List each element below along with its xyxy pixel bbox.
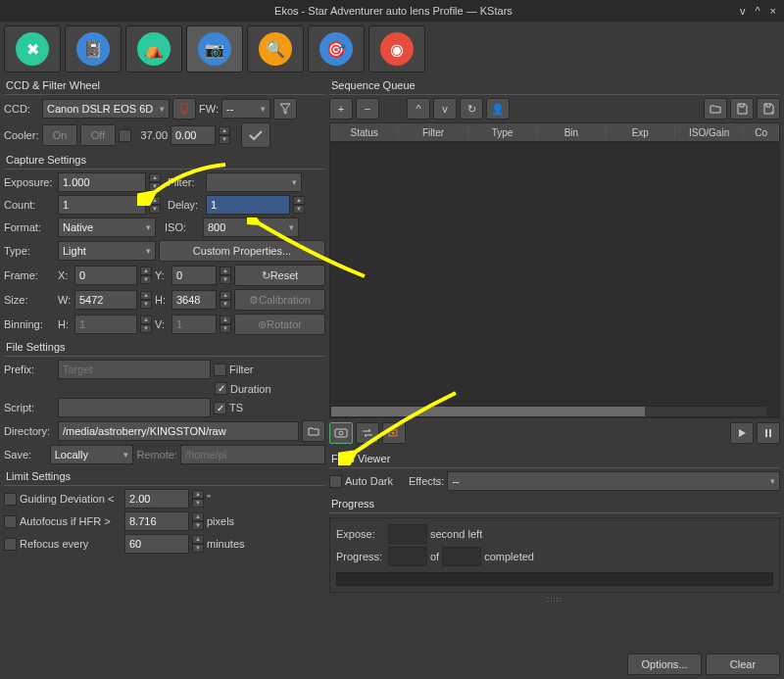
- size-h-spinner[interactable]: ▲▼: [220, 291, 231, 309]
- folder-icon[interactable]: [302, 420, 325, 442]
- format-select[interactable]: Native: [58, 218, 156, 237]
- autodark-checkbox[interactable]: [329, 475, 342, 488]
- svg-point-3: [392, 432, 395, 435]
- frame-y-spinner[interactable]: ▲▼: [220, 267, 231, 284]
- delay-input[interactable]: [206, 195, 290, 215]
- refocus-input[interactable]: [124, 534, 189, 554]
- exposure-input[interactable]: [58, 172, 146, 192]
- size-w-spinner[interactable]: ▲▼: [140, 291, 152, 309]
- th-iso: ISO/Gain: [675, 127, 744, 138]
- custom-properties-button[interactable]: Custom Properties...: [159, 240, 325, 262]
- cooler-on-button[interactable]: On: [42, 124, 77, 146]
- pause-button[interactable]: [757, 422, 780, 444]
- options-button[interactable]: Options...: [627, 654, 702, 675]
- loop-button[interactable]: [356, 422, 379, 444]
- max-icon[interactable]: ^: [755, 5, 760, 17]
- script-input[interactable]: [58, 398, 211, 417]
- queue-remove-button[interactable]: −: [356, 98, 379, 120]
- h-scrollbar[interactable]: [330, 406, 767, 417]
- tab-guide[interactable]: ◉: [368, 25, 425, 73]
- autofocus-input[interactable]: [124, 511, 189, 531]
- min-icon[interactable]: v: [740, 5, 746, 17]
- temp-apply-button[interactable]: [241, 122, 270, 148]
- cooler-off-button[interactable]: Off: [80, 124, 116, 146]
- effects-select[interactable]: --: [447, 471, 780, 491]
- autofocus-spinner[interactable]: ▲▼: [192, 512, 204, 530]
- ts-checkbox[interactable]: [214, 402, 226, 414]
- remote-input[interactable]: [180, 445, 325, 464]
- tab-align[interactable]: 🎯: [308, 25, 365, 73]
- close-icon[interactable]: ×: [770, 5, 776, 17]
- guiding-checkbox[interactable]: [4, 493, 17, 506]
- filter-icon[interactable]: [273, 98, 297, 120]
- queue-table-body: [329, 142, 780, 418]
- type-label: Type:: [4, 245, 55, 257]
- rotator-button[interactable]: ⊚ Rotator: [234, 314, 325, 335]
- binning-v-input[interactable]: [172, 315, 217, 334]
- tab-scheduler[interactable]: 📓: [65, 25, 122, 73]
- preview-button[interactable]: [329, 422, 353, 444]
- ccd-eject-button[interactable]: [172, 98, 196, 120]
- queue-saveas-button[interactable]: [757, 98, 780, 120]
- titlebar: Ekos - Star Adventurer auto lens Profile…: [0, 0, 784, 22]
- duration-checkbox[interactable]: [215, 382, 227, 395]
- queue-open-button[interactable]: [704, 98, 727, 120]
- temp-actual: 37.00: [134, 129, 168, 141]
- filter-label: Filter:: [168, 176, 203, 188]
- frame-y-input[interactable]: [172, 266, 217, 285]
- frame-x-input[interactable]: [74, 266, 137, 285]
- ccd-select[interactable]: Canon DSLR EOS 6D: [42, 99, 170, 119]
- count-input[interactable]: [58, 195, 146, 215]
- prefix-input[interactable]: [58, 360, 211, 379]
- guiding-unit: ": [207, 493, 211, 505]
- fw-select[interactable]: --: [221, 99, 270, 119]
- directory-label: Directory:: [4, 425, 55, 437]
- filter-select[interactable]: [206, 172, 302, 192]
- fits-viewer-header: FITS Viewer: [329, 450, 780, 468]
- tab-setup[interactable]: ✖: [4, 25, 61, 73]
- drag-handle[interactable]: :::::: [329, 595, 780, 604]
- delay-spinner[interactable]: ▲▼: [293, 196, 305, 214]
- temp-checkbox[interactable]: [119, 129, 131, 142]
- refocus-checkbox[interactable]: [4, 538, 17, 551]
- tab-capture[interactable]: 📷: [186, 25, 243, 73]
- reset-button[interactable]: ↻ Reset: [234, 265, 325, 286]
- binning-h-spinner[interactable]: ▲▼: [140, 315, 152, 333]
- size-w-input[interactable]: [74, 290, 137, 310]
- tab-mount[interactable]: ⛺: [125, 25, 182, 73]
- start-button[interactable]: [730, 422, 754, 444]
- window-title: Ekos - Star Adventurer auto lens Profile…: [47, 5, 740, 17]
- binning-v-spinner[interactable]: ▲▼: [220, 315, 231, 333]
- guiding-spinner[interactable]: ▲▼: [192, 490, 204, 508]
- refocus-spinner[interactable]: ▲▼: [192, 535, 204, 553]
- frame-x-spinner[interactable]: ▲▼: [140, 267, 152, 284]
- queue-up-button[interactable]: ^: [407, 98, 430, 120]
- queue-repeat-button[interactable]: ↻: [460, 98, 483, 120]
- count-spinner[interactable]: ▲▼: [149, 196, 161, 214]
- th-exp: Exp: [607, 127, 675, 138]
- queue-user-button[interactable]: 👤: [486, 98, 510, 120]
- filter-checkbox[interactable]: [214, 364, 226, 376]
- clear-button[interactable]: Clear: [706, 654, 780, 675]
- autofocus-checkbox[interactable]: [4, 515, 17, 528]
- guiding-input[interactable]: [124, 489, 189, 509]
- directory-input[interactable]: [58, 421, 299, 441]
- size-h-input[interactable]: [172, 290, 217, 310]
- exposure-spinner[interactable]: ▲▼: [149, 173, 161, 191]
- temp-set-input[interactable]: [171, 125, 216, 145]
- queue-down-button[interactable]: v: [433, 98, 457, 120]
- queue-add-button[interactable]: +: [329, 98, 353, 120]
- type-select[interactable]: Light: [58, 241, 156, 261]
- save-select[interactable]: Locally: [50, 445, 134, 464]
- binning-h-input[interactable]: [74, 315, 137, 334]
- temp-spinner[interactable]: ▲▼: [219, 126, 230, 144]
- tab-focus[interactable]: 🔍: [247, 25, 304, 73]
- th-type: Type: [468, 127, 537, 138]
- expose-label: Expose:: [336, 528, 385, 540]
- calibration-button[interactable]: ⚙ Calibration: [234, 289, 325, 311]
- queue-save-button[interactable]: [730, 98, 754, 120]
- iso-select[interactable]: 800: [203, 218, 299, 237]
- live-video-button[interactable]: [382, 422, 406, 444]
- filter-chk-label: Filter: [229, 364, 253, 375]
- progress-header: Progress: [329, 495, 780, 513]
